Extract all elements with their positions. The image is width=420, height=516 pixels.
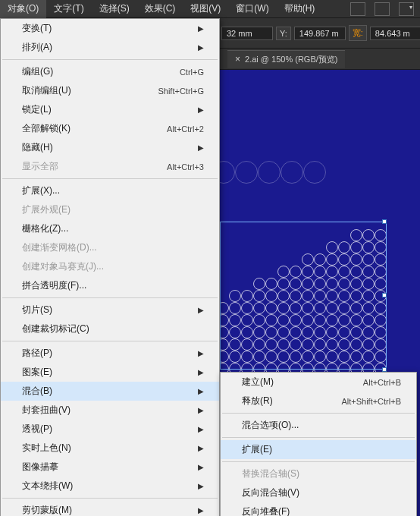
menu-item-label: 拼合透明度(F)... [22, 279, 86, 292]
menu-item-label: 反向堆叠(F) [242, 505, 290, 516]
submenu-arrow-icon: ▶ [198, 349, 204, 357]
w-value[interactable]: 84.643 m [370, 27, 420, 40]
menubar: 对象(O) 文字(T) 选择(S) 效果(C) 视图(V) 窗口(W) 帮助(H… [0, 0, 420, 18]
submenu-arrow-icon: ▶ [198, 43, 204, 52]
object-menu-item[interactable]: 编组(G)Ctrl+G [1, 62, 219, 81]
menu-item-label: 扩展(X)... [22, 184, 60, 197]
object-menu-item[interactable]: 剪切蒙版(M)▶ [1, 501, 219, 516]
submenu-arrow-icon: ▶ [198, 143, 204, 152]
object-menu-item[interactable]: 变换(T)▶ [1, 19, 219, 38]
object-menu-item[interactable]: 取消编组(U)Shift+Ctrl+G [1, 81, 219, 100]
menu-item-label: 释放(R) [242, 395, 273, 407]
menu-item-label: 切片(S) [22, 304, 52, 316]
blend-submenu-item[interactable]: 反向堆叠(F) [221, 502, 416, 516]
menu-item-label: 创建渐变网格(D)... [22, 241, 97, 254]
object-menu-item[interactable]: 扩展(X)... [1, 181, 219, 200]
menu-shortcut: Shift+Ctrl+G [158, 87, 204, 96]
blend-circle [220, 161, 235, 184]
menu-type[interactable]: 文字(T) [46, 0, 91, 18]
submenu-arrow-icon: ▶ [198, 24, 204, 33]
object-menu-item[interactable]: 路径(P)▶ [1, 344, 219, 363]
submenu-arrow-icon: ▶ [198, 482, 204, 490]
object-menu-item[interactable]: 封套扭曲(V)▶ [1, 401, 219, 420]
object-menu-item[interactable]: 全部解锁(K)Alt+Ctrl+2 [1, 119, 219, 138]
object-menu-item: 显示全部Alt+Ctrl+3 [1, 157, 219, 176]
submenu-arrow-icon: ▶ [198, 306, 204, 314]
layout-icon-1[interactable] [350, 2, 365, 16]
submenu-arrow-icon: ▶ [198, 425, 204, 433]
menu-object[interactable]: 对象(O) [0, 0, 46, 18]
object-menu-item[interactable]: 实时上色(N)▶ [1, 439, 219, 458]
menu-item-label: 排列(A) [22, 41, 52, 54]
layout-icon-3[interactable]: ▾ [399, 2, 414, 16]
submenu-arrow-icon: ▶ [198, 463, 204, 471]
object-menu-item[interactable]: 拼合透明度(F)... [1, 276, 219, 295]
submenu-arrow-icon: ▶ [198, 387, 204, 395]
y-value[interactable]: 149.867 m [294, 27, 346, 40]
object-menu-item: 创建渐变网格(D)... [1, 238, 219, 257]
menu-item-label: 替换混合轴(S) [242, 467, 299, 480]
menu-select[interactable]: 选择(S) [92, 0, 137, 18]
submenu-arrow-icon: ▶ [198, 444, 204, 452]
blend-submenu-item[interactable]: 反向混合轴(V) [221, 483, 416, 502]
object-menu-item[interactable]: 栅格化(Z)... [1, 219, 219, 238]
object-menu-item[interactable]: 混合(B)▶ [1, 382, 219, 401]
selection-handle-tr[interactable] [382, 219, 387, 224]
object-menu-item[interactable]: 创建裁切标记(C) [1, 319, 219, 338]
menu-item-label: 变换(T) [22, 22, 52, 35]
menu-item-label: 栅格化(Z)... [22, 222, 68, 235]
blend-submenu-item[interactable]: 建立(M)Alt+Ctrl+B [221, 373, 416, 392]
y-label: Y: [276, 27, 291, 40]
blend-submenu-item[interactable]: 混合选项(O)... [221, 416, 416, 435]
menu-item-label: 锁定(L) [22, 103, 52, 116]
blend-submenu-item[interactable]: 扩展(E) [221, 440, 416, 459]
blend-circle [303, 161, 326, 184]
menu-window[interactable]: 窗口(W) [228, 0, 276, 18]
menu-item-label: 创建裁切标记(C) [22, 322, 89, 335]
menu-item-label: 透视(P) [22, 423, 52, 436]
menu-item-label: 编组(G) [22, 65, 53, 78]
object-menu-item[interactable]: 文本绕排(W)▶ [1, 477, 219, 496]
object-menu-item[interactable]: 切片(S)▶ [1, 300, 219, 319]
menu-item-label: 隐藏(H) [22, 141, 53, 154]
x-value[interactable]: 32 mm [221, 27, 273, 40]
menu-item-label: 创建对象马赛克(J)... [22, 260, 104, 273]
blend-circle [281, 161, 303, 184]
menu-item-label: 路径(P) [22, 347, 52, 360]
layout-icon-2[interactable] [375, 2, 390, 16]
submenu-arrow-icon: ▶ [198, 105, 204, 114]
object-menu-dropdown: 变换(T)▶排列(A)▶编组(G)Ctrl+G取消编组(U)Shift+Ctrl… [0, 18, 220, 516]
menu-shortcut: Alt+Ctrl+3 [167, 162, 204, 171]
menu-item-label: 剪切蒙版(M) [22, 504, 72, 516]
menu-effect[interactable]: 效果(C) [137, 0, 183, 18]
blend-submenu-item[interactable]: 释放(R)Alt+Shift+Ctrl+B [221, 392, 416, 411]
blend-circle [258, 161, 281, 184]
menu-item-label: 文本绕排(W) [22, 480, 73, 492]
object-menu-item: 创建对象马赛克(J)... [1, 257, 219, 276]
submenu-arrow-icon: ▶ [198, 368, 204, 376]
menu-view[interactable]: 视图(V) [183, 0, 228, 18]
object-menu-item[interactable]: 隐藏(H)▶ [1, 138, 219, 157]
object-menu-item[interactable]: 排列(A)▶ [1, 38, 219, 57]
tab-close[interactable]: × [235, 54, 240, 64]
menu-shortcut: Alt+Ctrl+2 [167, 124, 204, 134]
document-tab[interactable]: × 2.ai @ 150% (RGB/预览) [227, 50, 345, 68]
menu-item-label: 全部解锁(K) [22, 122, 71, 135]
menu-item-label: 图案(E) [22, 366, 52, 379]
submenu-arrow-icon: ▶ [198, 406, 204, 414]
menu-help[interactable]: 帮助(H) [277, 0, 323, 18]
object-menu-item[interactable]: 图像描摹▶ [1, 458, 219, 477]
tab-title: 2.ai @ 150% (RGB/预览) [245, 54, 337, 65]
menu-item-label: 混合(B) [22, 385, 52, 398]
menu-item-label: 取消编组(U) [22, 84, 71, 97]
menu-item-label: 扩展(E) [242, 443, 272, 456]
menu-item-label: 建立(M) [242, 376, 274, 389]
menu-shortcut: Alt+Ctrl+B [363, 378, 401, 387]
object-menu-item[interactable]: 锁定(L)▶ [1, 100, 219, 119]
selection-bounds [220, 222, 387, 370]
menu-shortcut: Ctrl+G [180, 68, 204, 77]
object-menu-item[interactable]: 透视(P)▶ [1, 420, 219, 439]
menu-item-label: 图像描摹 [22, 461, 58, 474]
selection-handle-mr[interactable] [382, 293, 387, 297]
object-menu-item[interactable]: 图案(E)▶ [1, 363, 219, 382]
